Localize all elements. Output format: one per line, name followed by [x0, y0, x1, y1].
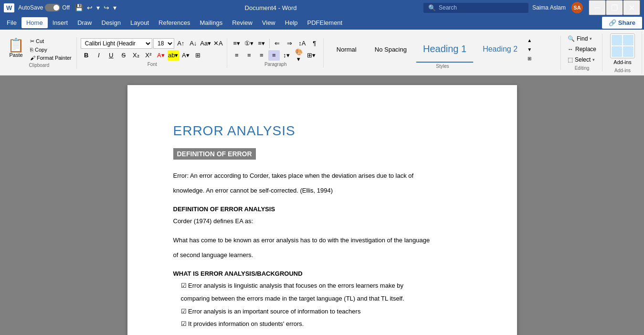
increase-indent-button[interactable]: ⇒	[284, 38, 296, 49]
redo-button[interactable]: ↪	[102, 2, 111, 13]
addins-grid[interactable]	[610, 33, 635, 58]
increase-font-button[interactable]: A↑	[175, 38, 187, 49]
cut-button[interactable]: ✂ Cut	[28, 37, 74, 45]
underline-button[interactable]: U	[106, 50, 117, 61]
user-name: Saima Aslam	[532, 4, 566, 11]
share-button[interactable]: 🔗 Share	[602, 17, 642, 29]
menu-bar: File Home Insert Draw Design Layout Refe…	[0, 15, 644, 30]
menu-design[interactable]: Design	[97, 17, 126, 28]
paste-button[interactable]: 📋 Paste	[5, 37, 27, 59]
minimize-button[interactable]: ─	[589, 0, 606, 15]
menu-insert[interactable]: Insert	[48, 17, 73, 28]
numbering-button[interactable]: ①▾	[243, 38, 255, 49]
paste-label: Paste	[9, 52, 22, 58]
font-row1: Calibri Light (Headir 18 A↑ A↓ Aa▾ ✕A	[81, 38, 224, 49]
borders-button[interactable]: ⊞▾	[306, 50, 317, 61]
undo-dropdown[interactable]: ▾	[95, 2, 101, 13]
font-color-button[interactable]: A▾	[155, 50, 167, 61]
bullets-button[interactable]: ≡▾	[231, 38, 243, 49]
search-area[interactable]: 🔍	[423, 3, 528, 13]
menu-mailings[interactable]: Mailings	[195, 17, 228, 28]
copy-button[interactable]: ⎘ Copy	[28, 46, 74, 54]
document-heading3: WHAT IS ERROR ANALYSIS/BACKGROUND	[173, 270, 471, 277]
menu-home[interactable]: Home	[21, 17, 48, 28]
style-nospacing[interactable]: No Spacing	[368, 36, 414, 63]
title-bar: W AutoSave Off 💾 ↩ ▾ ↪ ▾ Document4 - Wor…	[0, 0, 644, 15]
clipboard-group: 📋 Paste ✂ Cut ⎘ Copy 🖌 Format Painter	[2, 37, 77, 69]
font-size-select[interactable]: 18	[153, 38, 174, 49]
superscript-button[interactable]: X²	[143, 50, 154, 61]
style-heading2[interactable]: Heading 2	[475, 36, 525, 63]
sort-button[interactable]: ↕A	[296, 38, 308, 49]
title-right: Saima Aslam SA ─ ❐ ✕	[532, 0, 640, 15]
editing-controls: 🔍 Find ▾ ↔ Replace ⬚ Select ▾	[565, 34, 599, 65]
find-button[interactable]: 🔍 Find ▾	[565, 34, 599, 43]
justify-button[interactable]: ≡	[268, 50, 280, 61]
decrease-font-button[interactable]: A↓	[188, 38, 199, 49]
change-case-button[interactable]: Aa▾	[200, 38, 211, 49]
addins-cell-1	[612, 35, 622, 45]
para-row1: ≡▾ ①▾ ≡▾ ⇐ ⇒ ↕A ¶	[231, 38, 320, 49]
save-button[interactable]: 💾	[74, 2, 84, 13]
doc-bullet4: ☑ It provides information on students' e…	[173, 319, 471, 329]
line-spacing-button[interactable]: ↕▾	[281, 50, 292, 61]
menu-file[interactable]: File	[2, 17, 21, 28]
align-left-button[interactable]: ≡	[231, 50, 243, 61]
format-painter-button[interactable]: 🖌 Format Painter	[28, 54, 74, 62]
editing-group: 🔍 Find ▾ ↔ Replace ⬚ Select ▾ Editing	[562, 34, 602, 72]
close-button[interactable]: ✕	[623, 0, 640, 15]
subscript-button[interactable]: X₂	[130, 50, 142, 61]
shading-button[interactable]: 🎨▾	[293, 50, 305, 61]
menu-help[interactable]: Help	[280, 17, 303, 28]
decrease-indent-button[interactable]: ⇐	[272, 38, 283, 49]
font-family-select[interactable]: Calibri Light (Headir	[81, 38, 152, 49]
restore-button[interactable]: ❐	[606, 0, 623, 15]
menu-view[interactable]: View	[257, 17, 280, 28]
multilevel-button[interactable]: ≡▾	[256, 38, 267, 49]
menu-layout[interactable]: Layout	[126, 17, 154, 28]
addins-cell-4	[623, 46, 633, 57]
select-button[interactable]: ⬚ Select ▾	[565, 55, 599, 65]
more-button[interactable]: ▾	[112, 2, 118, 13]
styles-group-label: Styles	[436, 64, 449, 70]
menu-pdfelement[interactable]: PDFElement	[303, 17, 348, 28]
more-font-button[interactable]: ⊞	[192, 50, 204, 61]
menu-review[interactable]: Review	[227, 17, 257, 28]
show-marks-button[interactable]: ¶	[309, 38, 320, 49]
font-controls: Calibri Light (Headir 18 A↑ A↓ Aa▾ ✕A B …	[81, 38, 224, 61]
document-heading1: DEFINITION OF ERROR	[173, 148, 256, 160]
styles-expand[interactable]: ⊞	[526, 54, 533, 63]
select-dropdown-arrow: ▾	[592, 57, 595, 62]
font-format-row: B I U S X₂ X² A▾ ab▾ A▾ ⊞	[81, 50, 224, 61]
clear-formatting-button[interactable]: ✕A	[212, 38, 224, 49]
text-effect-button[interactable]: A▾	[180, 50, 191, 61]
strikethrough-button[interactable]: S	[118, 50, 129, 61]
bold-button[interactable]: B	[81, 50, 92, 61]
paragraph-group: ≡▾ ①▾ ≡▾ ⇐ ⇒ ↕A ¶ ≡ ≡ ≡ ≡ ↕▾	[228, 38, 324, 68]
user-avatar[interactable]: SA	[571, 2, 583, 13]
app-logo: W	[4, 3, 14, 12]
style-heading1[interactable]: Heading 1	[416, 36, 474, 63]
styles-scroll-down[interactable]: ▼	[526, 45, 533, 54]
paste-icon: 📋	[8, 39, 24, 52]
align-center-button[interactable]: ≡	[243, 50, 255, 61]
doc-para5: of second language learners.	[173, 250, 471, 260]
styles-scroll-up[interactable]: ▲	[526, 36, 533, 44]
menu-references[interactable]: References	[154, 17, 195, 28]
align-right-button[interactable]: ≡	[256, 50, 267, 61]
autosave-toggle[interactable]	[45, 4, 60, 11]
undo-button[interactable]: ↩	[85, 2, 94, 13]
addins-group-label: Add-ins	[614, 68, 631, 74]
ribbon: 📋 Paste ✂ Cut ⎘ Copy 🖌 Format Painter	[0, 30, 644, 76]
italic-button[interactable]: I	[93, 50, 105, 61]
autosave-area: AutoSave Off	[18, 4, 70, 11]
style-normal[interactable]: Normal	[327, 36, 366, 63]
menu-draw[interactable]: Draw	[73, 17, 96, 28]
document-area[interactable]: ERROR ANALYSIS DEFINITION OF ERROR Error…	[0, 76, 644, 335]
replace-button[interactable]: ↔ Replace	[565, 44, 599, 54]
highlight-button[interactable]: ab▾	[168, 50, 179, 61]
search-input[interactable]	[439, 4, 515, 11]
addins-cell-3	[612, 46, 622, 57]
styles-group: Normal No Spacing Heading 1 Heading 2 ▲ …	[325, 36, 561, 70]
clipboard-small-buttons: ✂ Cut ⎘ Copy 🖌 Format Painter	[28, 37, 74, 62]
